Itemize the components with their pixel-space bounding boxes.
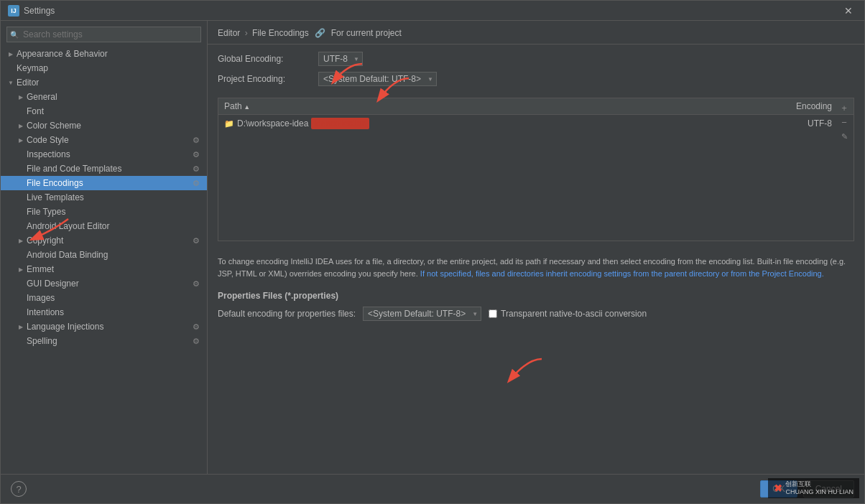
project-encoding-row: Project Encoding: <System Default: UTF-8… [218,72,854,86]
global-encoding-row: Global Encoding: UTF-8 [218,52,854,66]
global-encoding-select[interactable]: UTF-8 [318,52,363,66]
arrow-icon [17,93,25,101]
global-encoding-select-wrapper: UTF-8 [318,52,363,66]
arrow-icon [17,236,25,245]
settings-badge [191,279,201,289]
main-content: Appearance & Behavior Keymap Editor Gene… [1,21,864,474]
info-text: To change encoding IntelliJ IDEA uses fo… [218,256,854,279]
properties-row: Default encoding for properties files: <… [218,307,854,321]
breadcrumb: Editor › File Encodings [218,28,309,38]
sidebar-item-keymap[interactable]: Keymap [1,61,207,75]
watermark-icon: ✖ [774,482,782,494]
panel-body: Global Encoding: UTF-8 Project Encoding:… [208,45,864,474]
sidebar-item-file-types[interactable]: File Types [1,205,207,219]
arrow-icon [17,136,25,144]
default-encoding-select[interactable]: <System Default: UTF-8> [363,307,481,321]
path-cell: 📁 D:\workspace-idea ideacollection [224,118,762,129]
settings-badge [191,336,201,346]
footer-left: ? [11,481,27,497]
arrow-icon [6,50,15,58]
sidebar-item-file-encodings[interactable]: File Encodings [1,176,207,190]
project-encoding-select-wrapper: <System Default: UTF-8> [318,72,437,86]
settings-badge [191,164,201,174]
edit-encoding-button[interactable]: ✎ [838,130,851,143]
encoding-table: Path Encoding 📁 D:\workspace-idea [218,98,854,132]
app-icon: IJ [8,5,19,17]
col-header-path[interactable]: Path [218,98,767,115]
window-title: Settings [24,6,55,16]
sidebar: Appearance & Behavior Keymap Editor Gene… [1,21,208,474]
folder-icon: 📁 [224,119,234,129]
table-row[interactable]: 📁 D:\workspace-idea ideacollection UTF-8 [218,115,854,133]
path-redacted: ideacollection [311,118,369,129]
global-encoding-label: Global Encoding: [218,54,318,64]
breadcrumb-editor: Editor [218,28,240,38]
search-box [1,21,207,47]
settings-badge [191,235,201,246]
encoding-table-container: Path Encoding 📁 D:\workspace-idea [218,98,854,241]
watermark: ✖ 创新互联CHUANG XIN HU LIAN [768,478,859,498]
arrow-icon [17,121,25,130]
remove-encoding-button[interactable]: − [838,116,851,129]
transparent-label: Transparent native-to-ascii conversion [501,309,647,319]
sidebar-item-file-code-templates[interactable]: File and Code Templates [1,162,207,176]
sidebar-item-android-layout-editor[interactable]: Android Layout Editor [1,219,207,233]
sidebar-item-code-style[interactable]: Code Style [1,133,207,147]
default-encoding-label: Default encoding for properties files: [218,309,356,319]
project-encoding-label: Project Encoding: [218,74,318,84]
path-visible: D:\workspace-idea [237,118,308,129]
breadcrumb-file-encodings: File Encodings [252,28,309,38]
sidebar-item-emmet[interactable]: Emmet [1,262,207,276]
sidebar-item-color-scheme[interactable]: Color Scheme [1,118,207,133]
settings-badge [191,322,201,332]
transparent-checkbox-wrapper: Transparent native-to-ascii conversion [489,309,647,319]
settings-window: IJ Settings ✕ Appearance & Behavior Ke [0,0,865,504]
properties-section-title: Properties Files (*.properties) [218,291,854,301]
right-panel: Editor › File Encodings 🔗 For current pr… [208,21,864,474]
sidebar-item-inspections[interactable]: Inspections [1,147,207,162]
help-button[interactable]: ? [11,481,27,497]
search-wrapper [6,27,201,42]
arrow-icon [17,322,25,331]
sidebar-item-android-data-binding[interactable]: Android Data Binding [1,248,207,262]
sidebar-item-editor[interactable]: Editor [1,75,207,90]
sidebar-item-general[interactable]: General [1,90,207,104]
panel-header: Editor › File Encodings 🔗 For current pr… [208,21,864,45]
arrow-icon [6,78,15,87]
settings-badge [191,135,201,145]
settings-badge [191,149,201,159]
watermark-text: 创新互联CHUANG XIN HU LIAN [785,480,854,496]
add-encoding-button[interactable]: + [838,101,851,114]
breadcrumb-link[interactable]: For current project [331,28,402,38]
sidebar-item-images[interactable]: Images [1,291,207,305]
sidebar-item-appearance-behavior[interactable]: Appearance & Behavior [1,47,207,61]
settings-badge [191,178,201,188]
sidebar-item-font[interactable]: Font [1,104,207,118]
default-encoding-select-wrapper: <System Default: UTF-8> [363,307,481,321]
project-encoding-select[interactable]: <System Default: UTF-8> [318,72,437,86]
info-text-link: If not specified, files and directories … [420,269,824,278]
table-actions: + − ✎ [838,101,851,143]
sidebar-item-intentions[interactable]: Intentions [1,305,207,319]
arrow-icon [17,265,25,274]
settings-tree: Appearance & Behavior Keymap Editor Gene… [1,47,207,474]
transparent-checkbox[interactable] [489,309,497,318]
sidebar-item-language-injections[interactable]: Language Injections [1,319,207,334]
footer: ? OK Cancel [1,474,864,503]
title-bar: IJ Settings ✕ [1,1,864,21]
sidebar-item-live-templates[interactable]: Live Templates [1,190,207,205]
properties-section: Properties Files (*.properties) Default … [218,291,854,321]
sidebar-item-spelling[interactable]: Spelling [1,334,207,348]
close-button[interactable]: ✕ [840,4,857,18]
breadcrumb-separator: › [245,28,248,38]
search-input[interactable] [6,27,201,42]
sidebar-item-copyright[interactable]: Copyright [1,233,207,248]
sidebar-item-gui-designer[interactable]: GUI Designer [1,276,207,291]
